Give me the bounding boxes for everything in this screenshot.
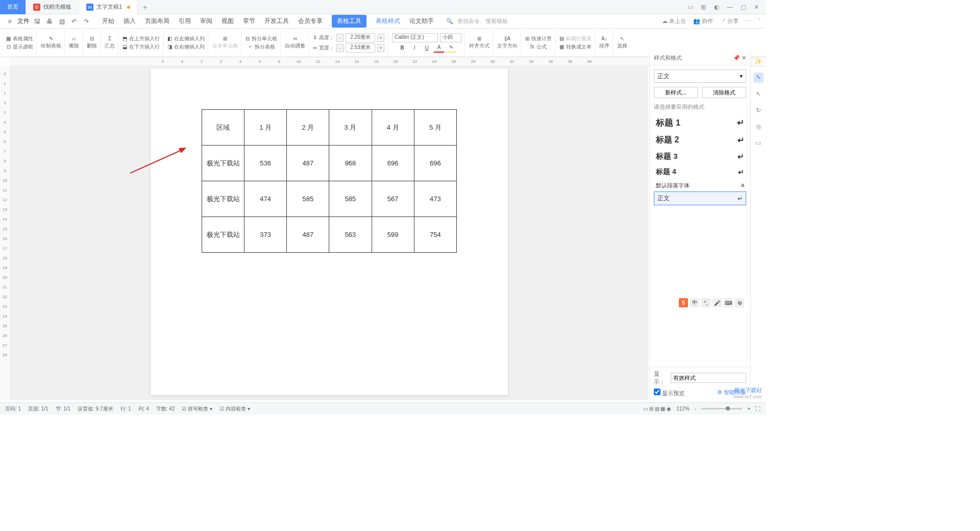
grid-icon[interactable]: ⊞ <box>699 3 707 11</box>
insert-right-button[interactable]: 在右侧插入列 <box>174 43 205 51</box>
command-search[interactable]: 🔍 查找命令、搜索模板 <box>446 17 508 25</box>
table-header-cell[interactable]: 3 月 <box>329 110 372 146</box>
status-chars[interactable]: 字数: 42 <box>156 405 175 413</box>
to-text-button[interactable]: 转换成文本 <box>566 43 592 51</box>
reading-mode-icon[interactable]: ▭ <box>686 3 694 11</box>
text-direction-button[interactable]: 文字方向 <box>497 42 518 50</box>
underline-button[interactable]: U <box>422 43 432 53</box>
default-font-item[interactable]: 默认段落字体a <box>654 180 746 191</box>
table-header-cell[interactable]: 2 月 <box>287 110 329 146</box>
insert-above-button[interactable]: 在上方插入行 <box>129 35 160 42</box>
save-icon[interactable]: 🖫 <box>33 17 42 26</box>
panel-close-icon[interactable]: ✕ <box>742 55 746 61</box>
table-cell[interactable]: 473 <box>414 181 456 217</box>
menu-tab-table-tools[interactable]: 表格工具 <box>332 15 366 28</box>
menu-tab-member[interactable]: 会员专享 <box>298 15 323 28</box>
menu-hamburger-icon[interactable]: ≡ <box>5 17 14 26</box>
menu-tab-review[interactable]: 审阅 <box>200 15 212 28</box>
preview-checkbox[interactable]: 显示预览 <box>654 389 684 397</box>
font-name-select[interactable]: Calibri (正文) <box>392 33 438 42</box>
zoom-slider[interactable] <box>701 408 742 409</box>
zoom-value[interactable]: 112% <box>676 406 690 412</box>
style-heading-1[interactable]: 标题 1↵ <box>654 114 746 132</box>
document-area[interactable]: 区域1 月2 月3 月4 月5 月极光下载站536487968696696极光下… <box>10 66 648 400</box>
view-mode-icons[interactable]: ▭ ⊞ ▤ ▦ ◉ <box>643 406 671 412</box>
formula-button[interactable]: 公式 <box>536 43 547 51</box>
table-cell[interactable]: 极光下载站 <box>202 181 244 217</box>
show-dashed-button[interactable]: 显示虚框 <box>13 43 33 51</box>
table-cell[interactable]: 373 <box>244 217 287 253</box>
print-preview-icon[interactable]: ▤ <box>57 17 66 26</box>
more-icon[interactable]: ⋯ <box>746 18 751 25</box>
fullscreen-icon[interactable]: ⛶ <box>755 406 761 412</box>
menu-tab-view[interactable]: 视图 <box>222 15 234 28</box>
style-heading-4[interactable]: 标题 4↵ <box>654 164 746 180</box>
table-header-cell[interactable]: 1 月 <box>244 110 287 146</box>
clear-format-button[interactable]: 清除格式 <box>702 87 747 98</box>
wand-icon[interactable]: ✨ <box>753 56 764 66</box>
status-page-no[interactable]: 页码: 1 <box>5 405 21 413</box>
table-cell[interactable]: 487 <box>287 217 329 253</box>
chevron-up-icon[interactable]: ˆ <box>758 18 761 25</box>
italic-button[interactable]: I <box>409 43 420 53</box>
menu-tab-start[interactable]: 开始 <box>102 15 114 28</box>
new-style-button[interactable]: 新样式... <box>654 87 698 98</box>
table-cell[interactable]: 567 <box>372 181 414 217</box>
table-cell[interactable]: 968 <box>329 146 372 181</box>
height-minus-button[interactable]: - <box>336 34 344 42</box>
close-icon[interactable]: ✕ <box>752 3 761 11</box>
tab-template[interactable]: D 找稻壳模板 <box>26 0 79 14</box>
pin-icon[interactable]: 📌 <box>733 55 740 61</box>
highlight-button[interactable]: ✎ <box>446 43 456 53</box>
status-position[interactable]: 设置值: 9.7厘米 <box>78 405 113 413</box>
menu-tab-dev[interactable]: 开发工具 <box>264 15 289 28</box>
minimize-icon[interactable]: — <box>726 3 734 11</box>
table-cell[interactable]: 536 <box>244 146 287 181</box>
status-section[interactable]: 节: 1/1 <box>56 405 70 413</box>
menu-tab-layout[interactable]: 页面布局 <box>145 15 169 28</box>
refresh-icon[interactable]: ↻ <box>753 105 764 115</box>
redo-icon[interactable]: ↷ <box>82 17 91 26</box>
maximize-icon[interactable]: ▢ <box>739 3 747 11</box>
ime-keyboard-icon[interactable]: ⌨ <box>724 298 733 307</box>
brush-icon[interactable]: ✎ <box>753 73 764 83</box>
style-heading-2[interactable]: 标题 2↵ <box>654 132 746 149</box>
erase-button[interactable]: 擦除 <box>69 42 79 50</box>
user-icon[interactable]: ◐ <box>713 3 721 11</box>
style-heading-3[interactable]: 标题 3↵ <box>654 149 746 164</box>
menu-tab-paper[interactable]: 论文助手 <box>409 15 434 28</box>
bold-button[interactable]: B <box>397 43 407 53</box>
show-select[interactable] <box>671 373 746 383</box>
split-table-button[interactable]: 拆分表格 <box>255 43 275 51</box>
status-spell[interactable]: ☑ 拼写检查 ▾ <box>182 405 212 413</box>
draw-table-button[interactable]: 绘制表格 <box>41 42 61 50</box>
fast-calc-button[interactable]: 快速计算 <box>531 35 552 42</box>
table-cell[interactable]: 极光下载站 <box>202 146 244 181</box>
ime-mic-icon[interactable]: 🎤 <box>713 298 722 307</box>
insert-left-button[interactable]: 在左侧插入列 <box>174 35 205 42</box>
sum-button[interactable]: 汇总 <box>105 42 115 50</box>
height-input[interactable]: 2.20厘米 <box>346 33 375 42</box>
menu-tab-insert[interactable]: 插入 <box>124 15 136 28</box>
table-header-cell[interactable]: 4 月 <box>372 110 414 146</box>
data-table[interactable]: 区域1 月2 月3 月4 月5 月极光下载站536487968696696极光下… <box>202 109 457 253</box>
font-color-button[interactable]: A <box>434 43 444 53</box>
menu-tab-ref[interactable]: 引用 <box>179 15 191 28</box>
status-line[interactable]: 行: 1 <box>120 405 131 413</box>
table-cell[interactable]: 696 <box>414 146 456 181</box>
height-plus-button[interactable]: + <box>377 34 384 42</box>
auto-adjust-button[interactable]: 自动调整 <box>285 42 305 50</box>
style-body-selected[interactable]: 正文↵ <box>654 191 746 205</box>
ruler-vertical[interactable]: 2112345678910111213141516171819202122232… <box>0 66 10 400</box>
table-cell[interactable]: 696 <box>372 146 414 181</box>
sort-button[interactable]: 排序 <box>599 42 609 50</box>
insert-below-button[interactable]: 在下方插入行 <box>129 43 160 51</box>
table-cell[interactable]: 474 <box>244 181 287 217</box>
cloud-status[interactable]: ☁ 未上云 <box>662 17 686 25</box>
table-cell[interactable]: 585 <box>287 181 329 217</box>
coop-button[interactable]: 👥 协作 <box>693 17 713 25</box>
location-icon[interactable]: ◎ <box>753 122 764 132</box>
status-content[interactable]: ☑ 内容检查 ▾ <box>219 405 250 413</box>
cursor-icon[interactable]: ↖ <box>753 89 764 99</box>
book-icon[interactable]: ▭ <box>753 138 764 148</box>
